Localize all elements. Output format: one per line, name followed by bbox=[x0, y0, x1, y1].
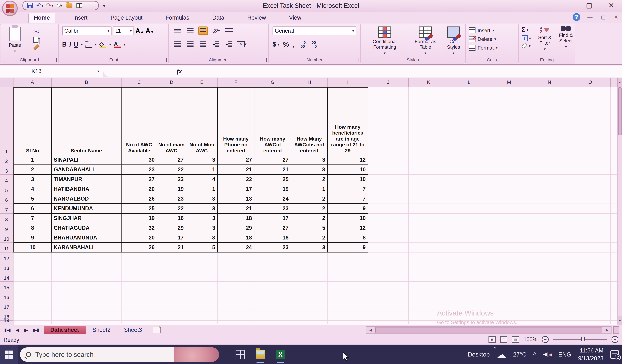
cell-O7[interactable] bbox=[570, 204, 611, 213]
cell-O13[interactable] bbox=[570, 262, 611, 272]
cell-O1[interactable] bbox=[570, 87, 611, 155]
cell-P9[interactable] bbox=[611, 223, 618, 233]
cell-E8[interactable]: 3 bbox=[186, 213, 218, 223]
cell-J11[interactable] bbox=[368, 243, 408, 252]
cell-I16[interactable] bbox=[328, 291, 368, 301]
cell-J14[interactable] bbox=[368, 272, 408, 282]
cell-G5[interactable]: 19 bbox=[254, 184, 291, 194]
grow-font-icon[interactable]: A▲ bbox=[136, 27, 144, 35]
middle-align-icon[interactable] bbox=[185, 26, 195, 35]
cell-B13[interactable] bbox=[52, 262, 121, 272]
cell-E15[interactable] bbox=[186, 282, 218, 291]
row-header-13[interactable]: 13 bbox=[0, 262, 13, 272]
percent-format-icon[interactable]: % bbox=[283, 41, 289, 48]
cell-M15[interactable] bbox=[489, 282, 529, 291]
cell-C7[interactable]: 25 bbox=[121, 204, 157, 213]
delete-cells-button[interactable]: ✕ Delete▾ bbox=[469, 36, 518, 42]
row-header-15[interactable]: 15 bbox=[0, 282, 13, 291]
workbook-close-button[interactable]: ✕ bbox=[613, 14, 620, 20]
cell-I1[interactable]: How many beneficiaries are in age range … bbox=[328, 87, 368, 155]
cell-N12[interactable] bbox=[529, 252, 570, 262]
cell-O11[interactable] bbox=[570, 243, 611, 252]
page-break-view-icon[interactable]: ▥ bbox=[512, 336, 519, 343]
cell-M7[interactable] bbox=[489, 204, 529, 213]
ribbon-tab-data[interactable]: Data bbox=[207, 13, 229, 23]
cell-D10[interactable]: 17 bbox=[157, 233, 186, 243]
align-left-icon[interactable] bbox=[173, 40, 182, 48]
cell-O15[interactable] bbox=[570, 282, 611, 291]
cell-E4[interactable]: 4 bbox=[186, 175, 218, 184]
cell-styles-button[interactable]: Cell Styles▾ bbox=[442, 26, 465, 55]
cell-I10[interactable]: 8 bbox=[328, 233, 368, 243]
row-header-4[interactable]: 4 bbox=[0, 175, 13, 184]
cell-H1[interactable]: How Many AWCidis not entered bbox=[291, 87, 328, 155]
cell-D5[interactable]: 19 bbox=[157, 184, 186, 194]
cell-O3[interactable] bbox=[570, 165, 611, 175]
cell-C13[interactable] bbox=[121, 262, 157, 272]
workbook-minimize-button[interactable]: — bbox=[586, 14, 594, 20]
file-explorer-icon[interactable] bbox=[256, 350, 265, 359]
cell-C14[interactable] bbox=[121, 272, 157, 282]
row-header-16[interactable]: 16 bbox=[0, 291, 13, 301]
cell-I9[interactable]: 12 bbox=[328, 223, 368, 233]
cell-M1[interactable] bbox=[489, 87, 529, 155]
row-header-6[interactable]: 6 bbox=[0, 194, 13, 204]
cell-A18[interactable] bbox=[14, 311, 52, 321]
font-dialog-launcher-icon[interactable] bbox=[163, 58, 167, 62]
format-as-table-button[interactable]: Format as Table▾ bbox=[408, 26, 442, 55]
cell-D6[interactable]: 23 bbox=[157, 194, 186, 204]
cell-K16[interactable] bbox=[408, 291, 449, 301]
maximize-button[interactable]: ▢ bbox=[584, 1, 594, 9]
zoom-out-icon[interactable]: − bbox=[542, 336, 549, 343]
cell-E1[interactable]: No of Mini AWC bbox=[186, 87, 218, 155]
cell-B1[interactable]: Sector Name bbox=[52, 87, 121, 155]
cell-K12[interactable] bbox=[408, 252, 449, 262]
decrease-indent-icon[interactable]: ◀ bbox=[211, 40, 221, 48]
row-header-8[interactable]: 8 bbox=[0, 213, 13, 223]
row-header-19[interactable]: 19 bbox=[0, 321, 13, 324]
cell-E5[interactable]: 1 bbox=[186, 184, 218, 194]
sheet-tab-data-sheet[interactable]: Data sheet bbox=[44, 326, 86, 334]
cell-P3[interactable] bbox=[611, 165, 618, 175]
row-header-10[interactable]: 10 bbox=[0, 233, 13, 243]
cell-M2[interactable] bbox=[489, 155, 529, 165]
cell-M6[interactable] bbox=[489, 194, 529, 204]
cell-L1[interactable] bbox=[449, 87, 489, 155]
cell-I4[interactable]: 10 bbox=[328, 175, 368, 184]
cell-A6[interactable]: 5 bbox=[14, 194, 52, 204]
cell-G2[interactable]: 27 bbox=[254, 155, 291, 165]
cell-H14[interactable] bbox=[291, 272, 328, 282]
cell-P1[interactable] bbox=[611, 87, 618, 155]
cell-G4[interactable]: 25 bbox=[254, 175, 291, 184]
column-header-partial[interactable] bbox=[611, 78, 618, 87]
cell-E18[interactable] bbox=[186, 311, 218, 321]
cell-E10[interactable]: 3 bbox=[186, 233, 218, 243]
cell-I13[interactable] bbox=[328, 262, 368, 272]
cell-I8[interactable]: 10 bbox=[328, 213, 368, 223]
cell-H11[interactable]: 3 bbox=[291, 243, 328, 252]
cell-P19[interactable] bbox=[611, 321, 618, 324]
cell-J8[interactable] bbox=[368, 213, 408, 223]
ribbon-tab-formulas[interactable]: Formulas bbox=[160, 13, 194, 23]
cell-F5[interactable]: 17 bbox=[218, 184, 254, 194]
column-header-C[interactable]: C bbox=[121, 78, 157, 87]
cell-L9[interactable] bbox=[449, 223, 489, 233]
cell-D3[interactable]: 22 bbox=[157, 165, 186, 175]
cell-M12[interactable] bbox=[489, 252, 529, 262]
cell-I12[interactable] bbox=[328, 252, 368, 262]
conditional-formatting-button[interactable]: Conditional Formatting▾ bbox=[361, 26, 408, 55]
cell-N19[interactable] bbox=[529, 321, 570, 324]
cell-D16[interactable] bbox=[157, 291, 186, 301]
cell-A11[interactable]: 10 bbox=[14, 243, 52, 252]
insert-cells-button[interactable]: + Insert▾ bbox=[469, 27, 518, 33]
cell-A3[interactable]: 2 bbox=[14, 165, 52, 175]
cell-H19[interactable] bbox=[291, 321, 328, 324]
cell-L2[interactable] bbox=[449, 155, 489, 165]
ribbon-tab-view[interactable]: View bbox=[284, 13, 306, 23]
minimize-button[interactable]: — bbox=[562, 1, 572, 9]
cell-N6[interactable] bbox=[529, 194, 570, 204]
row-header-9[interactable]: 9 bbox=[0, 223, 13, 233]
row-header-2[interactable]: 2 bbox=[0, 155, 13, 165]
cell-P8[interactable] bbox=[611, 213, 618, 223]
cell-P13[interactable] bbox=[611, 262, 618, 272]
